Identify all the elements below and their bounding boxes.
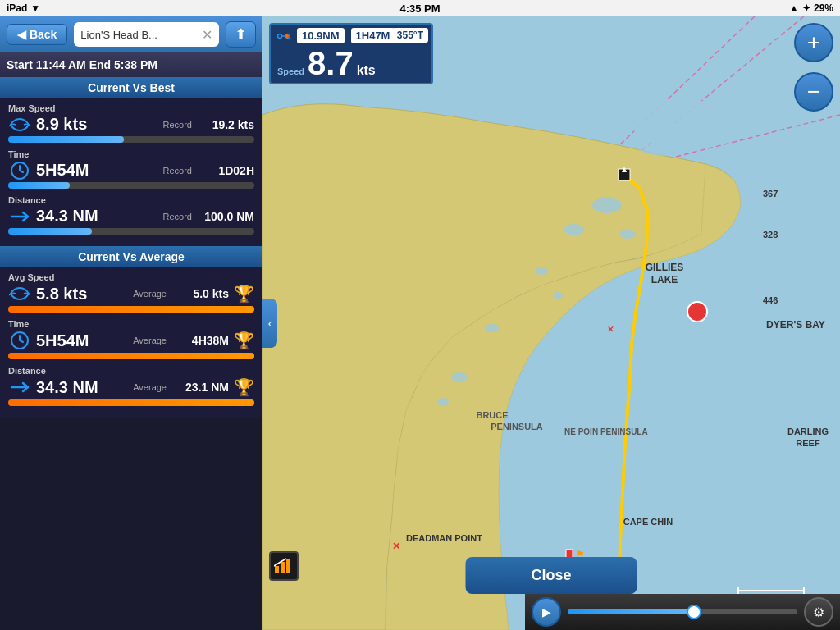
time-record-label: Record [163,166,192,176]
avg-dist-label: Distance [8,366,254,376]
svg-text:BRUCE: BRUCE [476,410,508,420]
dist-record-value: 100.0 NM [197,210,254,223]
chart-icon[interactable] [269,551,299,581]
avg-speed-label: Avg Speed [8,272,254,282]
end-label: End [89,58,114,71]
svg-text:DARLING: DARLING [788,427,829,436]
zoom-out-button[interactable]: − [794,72,833,112]
svg-text:NE POIN PENINSULA: NE POIN PENINSULA [564,427,648,436]
nav-distance: 10.9NM [297,28,345,43]
svg-text:328: 328 [763,230,778,240]
avg-time-value: 5H54M [36,331,102,350]
nav-bar: ◀ Back Lion'S Head B... ✕ ⬆ [0,16,262,52]
avg-time-progress [8,353,254,359]
avg-speed-avg-label: Average [133,289,167,299]
svg-text:✕: ✕ [607,325,614,334]
avg-time-progress-fill [8,353,254,359]
avg-dist-icon [8,378,31,396]
time-value: 5H54M [36,161,102,180]
back-button[interactable]: ◀ Back [7,24,67,45]
device-label: iPad [7,2,27,14]
svg-point-18 [687,302,707,322]
dist-record-label: Record [163,212,192,221]
settings-button[interactable]: ⚙ [804,597,833,627]
max-speed-record-value: 19.2 kts [197,118,254,131]
time-row: 5H54M Record 1D02H [8,161,254,180]
avg-dist-value: 34.3 NM [36,378,102,397]
nav-overlay: 10.9NM 1H47M 355°T Speed 8.7 kts [269,23,433,84]
section1-title: Current Vs Best [0,77,262,98]
max-speed-row: 8.9 kts Record 19.2 kts [8,115,254,134]
svg-rect-42 [286,559,290,573]
trophy-speed-icon: 🏆 [234,284,254,304]
route-icon [277,30,290,43]
playback-thumb[interactable] [687,605,701,619]
svg-text:DYER'S BAY: DYER'S BAY [766,319,825,331]
svg-text:REEF: REEF [796,438,820,448]
zoom-in-button[interactable]: + [794,23,833,62]
nav-time: 1H47M [351,28,395,43]
max-speed-icon [8,116,31,134]
avg-speed-row: 5.8 kts Average 5.0 kts 🏆 [8,284,254,304]
nav-top-row: 10.9NM 1H47M 355°T [277,28,425,43]
section2-title: Current Vs Average [0,246,262,267]
playback-track [568,609,797,614]
close-button[interactable]: Close [465,557,637,594]
svg-point-7 [564,224,584,235]
map-svg: 367 328 446 GILLIES LAKE BRUCE PENINSULA… [262,16,840,630]
svg-text:LAKE: LAKE [651,274,678,285]
time-progress [8,182,254,189]
time-display: 4:35 PM [399,2,440,15]
svg-point-8 [619,229,636,239]
distance-icon [8,208,31,226]
play-button[interactable]: ▶ [532,597,561,627]
trip-times: Start 11:44 AM End 5:38 PM [7,58,158,71]
speed-unit: kts [357,63,376,78]
playback-bar: ▶ ⚙ [525,594,840,630]
avg-time-avg-value: 4H38M [171,334,229,347]
avg-dist-row: 34.3 NM Average 23.1 NM 🏆 [8,377,254,397]
nav-title: Lion'S Head B... [80,29,202,41]
trophy-time-icon: 🏆 [234,331,254,350]
max-speed-label: Max Speed [8,103,254,113]
time-label: Time [8,149,254,159]
time-progress-fill [8,182,70,189]
svg-point-43 [278,34,282,38]
svg-point-10 [553,292,563,299]
map-area[interactable]: 367 328 446 GILLIES LAKE BRUCE PENINSULA… [262,16,840,630]
wifi-icon: ▼ [30,2,40,14]
dist-progress-fill [8,228,92,235]
svg-text:✕: ✕ [392,541,400,552]
avg-dist-progress-fill [8,399,254,406]
svg-rect-40 [275,566,279,573]
nav-title-container: Lion'S Head B... ✕ [74,22,219,47]
svg-rect-41 [281,562,285,573]
distance-row: 34.3 NM Record 100.0 NM [8,207,254,226]
svg-point-11 [486,324,499,332]
share-button[interactable]: ⬆ [226,21,256,48]
svg-point-6 [592,197,622,213]
svg-point-12 [451,372,468,382]
bluetooth-icon: ✦ [802,2,810,14]
end-time: 5:38 PM [114,58,158,71]
sidebar-toggle[interactable]: ‹ [262,299,277,348]
avg-time-label: Time [8,319,254,329]
avg-speed-icon [8,285,31,303]
svg-text:PENINSULA: PENINSULA [491,422,543,431]
speed-display: Speed 8.7 kts [277,47,425,80]
nav-heading: 355°T [392,28,428,43]
avg-speed-avg-value: 5.0 kts [171,287,229,300]
playback-fill [568,609,694,614]
playback-slider[interactable] [568,604,797,620]
avg-speed-value: 5.8 kts [36,285,102,304]
location-icon: ▲ [789,2,799,14]
battery-label: 29% [814,2,833,14]
start-label: Start [7,58,36,71]
clear-icon[interactable]: ✕ [202,27,212,43]
avg-speed-progress-fill [8,306,254,313]
max-speed-value: 8.9 kts [36,115,102,134]
avg-dist-progress [8,399,254,406]
status-bar: iPad ▼ 4:35 PM ▲ ✦ 29% [0,0,840,16]
dist-value: 34.3 NM [36,207,102,226]
svg-text:CAPE CHIN: CAPE CHIN [623,517,673,527]
